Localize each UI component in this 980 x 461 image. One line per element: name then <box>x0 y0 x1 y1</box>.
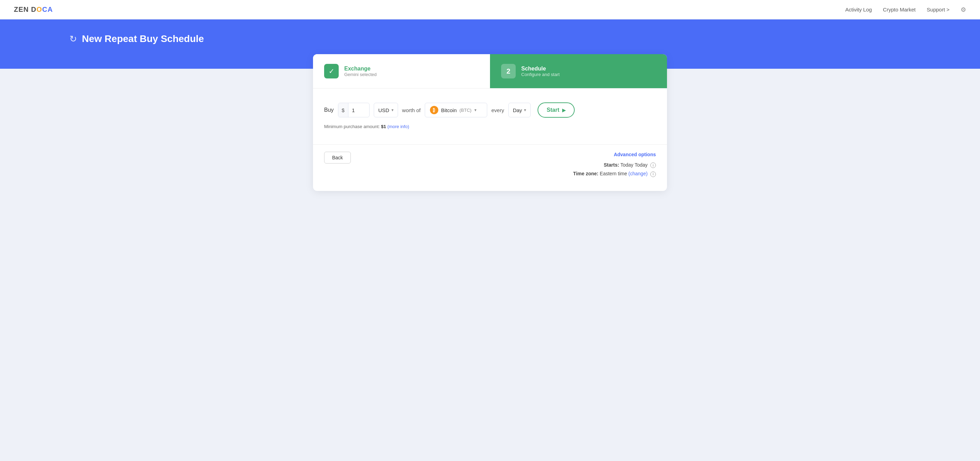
steps-header: ✓ Exchange Gemini selected 2 Schedule Co… <box>313 54 667 89</box>
step-1-sublabel: Gemini selected <box>344 72 377 77</box>
navbar: ZEN DOCA Activity Log Crypto Market Supp… <box>0 0 980 19</box>
start-label: Start <box>547 107 559 113</box>
back-button[interactable]: Back <box>324 152 351 164</box>
step-1-label: Exchange <box>344 65 377 72</box>
coin-chevron-icon: ▾ <box>474 108 476 112</box>
timezone-change-link[interactable]: (change) <box>628 171 648 176</box>
buy-label: Buy <box>324 107 334 113</box>
logo-ca: CA <box>42 6 53 13</box>
advanced-options-link[interactable]: Advanced options <box>573 152 656 157</box>
step-2-text: Schedule Configure and start <box>521 65 560 77</box>
starts-label: Starts: <box>604 162 619 167</box>
currency-value: USD <box>378 107 389 113</box>
min-info: Minimum purchase amount: $1 (more info) <box>324 124 656 129</box>
interval-chevron-icon: ▾ <box>524 108 526 112</box>
logo-o: O <box>37 6 42 13</box>
main-content: ✓ Exchange Gemini selected 2 Schedule Co… <box>299 54 681 191</box>
repeat-icon: ↻ <box>69 33 77 45</box>
timezone-value: Eastern time <box>600 171 628 176</box>
timezone-info-icon[interactable]: i <box>650 171 656 177</box>
play-icon: ▶ <box>562 108 566 113</box>
page-title: New Repeat Buy Schedule <box>82 33 204 45</box>
coin-ticker: (BTC) <box>460 108 472 113</box>
currency-select[interactable]: USD ▾ <box>374 103 398 117</box>
logo: ZEN DOCA <box>14 6 53 14</box>
schedule-card: ✓ Exchange Gemini selected 2 Schedule Co… <box>313 54 667 191</box>
min-info-text: Minimum purchase amount: <box>324 124 380 129</box>
step-2-number: 2 <box>501 64 516 78</box>
nav-links: Activity Log Crypto Market Support > ⚙ <box>845 6 966 14</box>
footer-area: Back Advanced options Starts: Today Toda… <box>313 152 667 191</box>
currency-chevron-icon: ▾ <box>391 108 393 112</box>
step-1[interactable]: ✓ Exchange Gemini selected <box>313 54 490 88</box>
form-area: Buy $ USD ▾ worth of ₿ Bitcoin (BTC) <box>313 89 667 136</box>
timezone-label: Time zone: <box>573 171 599 176</box>
interval-value: Day <box>513 107 522 113</box>
worth-of-label: worth of <box>402 107 421 113</box>
starts-value: Today <box>620 162 635 167</box>
step-2-sublabel: Configure and start <box>521 72 560 77</box>
min-amount: $1 <box>381 124 386 129</box>
more-info-link[interactable]: (more info) <box>387 124 409 129</box>
gear-icon[interactable]: ⚙ <box>961 6 966 14</box>
step-2-label: Schedule <box>521 65 560 72</box>
nav-crypto-market[interactable]: Crypto Market <box>883 6 915 13</box>
starts-line: Starts: Today Today i <box>573 162 656 168</box>
starts-value-text: Today <box>635 162 648 167</box>
nav-support[interactable]: Support > <box>927 6 950 13</box>
right-info: Advanced options Starts: Today Today i T… <box>573 152 656 180</box>
step-1-check-icon: ✓ <box>324 64 339 78</box>
btc-icon: ₿ <box>430 106 438 114</box>
coin-select[interactable]: ₿ Bitcoin (BTC) ▾ <box>425 103 487 117</box>
coin-name: Bitcoin <box>441 107 457 113</box>
logo-zen: ZEN D <box>14 6 37 13</box>
step-1-text: Exchange Gemini selected <box>344 65 377 77</box>
amount-input[interactable] <box>348 107 369 113</box>
amount-group: $ <box>338 103 369 117</box>
dollar-sign: $ <box>338 103 348 117</box>
divider <box>313 144 667 145</box>
buy-row: Buy $ USD ▾ worth of ₿ Bitcoin (BTC) <box>324 102 656 118</box>
starts-info-icon[interactable]: i <box>650 163 656 168</box>
every-label: every <box>492 107 504 113</box>
timezone-line: Time zone: Eastern time (change) i <box>573 171 656 177</box>
step-2[interactable]: 2 Schedule Configure and start <box>490 54 667 88</box>
nav-activity-log[interactable]: Activity Log <box>845 6 872 13</box>
interval-select[interactable]: Day ▾ <box>508 103 531 117</box>
start-button[interactable]: Start ▶ <box>538 102 574 118</box>
